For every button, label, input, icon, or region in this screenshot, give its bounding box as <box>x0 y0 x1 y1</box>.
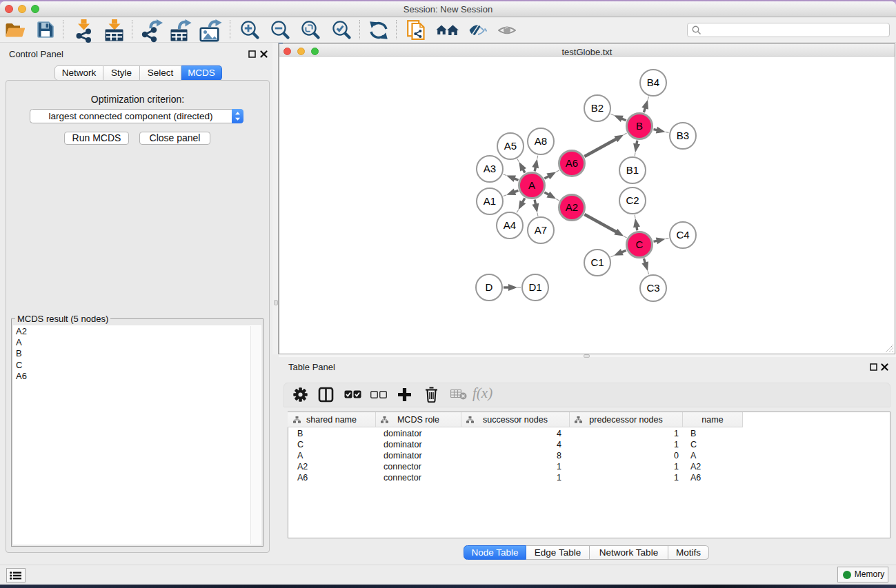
svg-text:A3: A3 <box>484 163 496 174</box>
svg-text:A7: A7 <box>535 224 547 236</box>
svg-text:D: D <box>486 281 493 293</box>
svg-text:D1: D1 <box>528 281 541 293</box>
svg-text:C: C <box>636 239 644 250</box>
svg-text:A5: A5 <box>504 140 517 152</box>
svg-text:C1: C1 <box>590 256 604 268</box>
svg-text:A1: A1 <box>484 195 496 207</box>
svg-text:B4: B4 <box>647 77 659 88</box>
svg-text:B1: B1 <box>626 164 639 176</box>
svg-text:B2: B2 <box>591 102 604 114</box>
svg-text:C3: C3 <box>646 282 659 294</box>
svg-text:B: B <box>636 120 643 132</box>
svg-text:A8: A8 <box>535 135 547 147</box>
svg-text:A4: A4 <box>504 219 516 231</box>
svg-text:C2: C2 <box>626 194 639 206</box>
svg-text:A: A <box>528 179 535 191</box>
svg-text:A2: A2 <box>566 201 578 213</box>
svg-text:A6: A6 <box>566 157 578 169</box>
svg-text:C4: C4 <box>676 229 689 241</box>
svg-text:B3: B3 <box>677 130 689 141</box>
